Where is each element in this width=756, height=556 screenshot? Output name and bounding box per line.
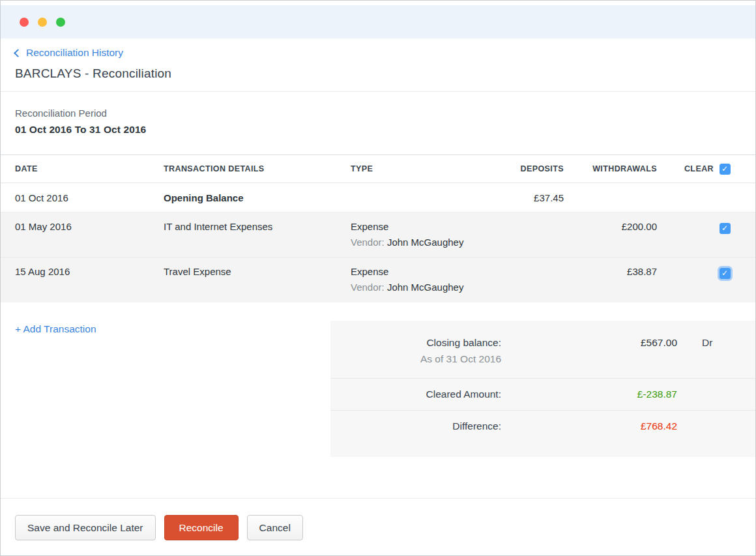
row-withdrawal-amount: £38.87	[564, 266, 657, 302]
period-label: Reconciliation Period	[15, 108, 741, 119]
difference-label: Difference:	[330, 420, 501, 432]
closing-balance-asof: As of 31 Oct 2016	[330, 353, 501, 365]
row-details: Travel Expense	[164, 266, 351, 302]
row-type-value: Expense	[351, 266, 478, 277]
cleared-amount-row: Cleared Amount: £-238.87	[330, 378, 755, 410]
vendor-label: Vendor:	[351, 282, 385, 293]
table-header-row: DATE TRANSACTION DETAILS TYPE DEPOSITS W…	[1, 154, 755, 183]
table-row: 15 Aug 2016 Travel Expense Expense Vendo…	[1, 257, 755, 302]
closing-balance-drcr: Dr	[677, 337, 739, 349]
window-minimize-button[interactable]	[38, 18, 47, 27]
footer-actions: Save and Reconcile Later Reconcile Cance…	[1, 498, 755, 540]
window-close-button[interactable]	[20, 18, 29, 27]
row-clear-cell	[657, 221, 741, 257]
select-all-checkbox[interactable]	[720, 164, 731, 175]
row-type: Expense Vendor: John McGaughey	[351, 221, 478, 257]
vendor-name: John McGaughey	[387, 237, 464, 248]
vendor-label: Vendor:	[351, 237, 385, 248]
period-value: 01 Oct 2016 To 31 Oct 2016	[15, 124, 741, 136]
closing-balance-amount: £567.00	[501, 337, 677, 349]
row-vendor: Vendor: John McGaughey	[351, 237, 478, 248]
difference-row: Difference: £768.42	[330, 410, 755, 457]
row-date: 15 Aug 2016	[15, 266, 164, 302]
row-date: 01 Oct 2016	[15, 192, 164, 203]
reconcile-button[interactable]: Reconcile	[164, 515, 239, 540]
column-header-deposits: DEPOSITS	[478, 164, 564, 173]
row-deposit-amount	[478, 221, 564, 257]
page-header: Reconciliation History BARCLAYS - Reconc…	[1, 38, 755, 92]
clear-column-label: CLEAR	[684, 164, 714, 173]
titlebar-gap	[1, 1, 755, 5]
row-deposit-amount	[478, 266, 564, 302]
table-row: 01 May 2016 IT and Internet Expenses Exp…	[1, 212, 755, 257]
window-titlebar	[1, 5, 755, 38]
row-details: IT and Internet Expenses	[164, 221, 351, 257]
lower-section: + Add Transaction Closing balance: As of…	[1, 302, 755, 498]
row-vendor: Vendor: John McGaughey	[351, 282, 478, 293]
row-withdrawal-amount: £200.00	[564, 221, 657, 257]
chevron-left-icon	[14, 49, 22, 57]
closing-balance-label: Closing balance:	[330, 337, 501, 349]
row-deposit-amount: £37.45	[478, 192, 564, 203]
window-zoom-button[interactable]	[56, 18, 65, 27]
breadcrumb-label: Reconciliation History	[26, 47, 123, 59]
column-header-details: TRANSACTION DETAILS	[164, 164, 351, 173]
closing-balance-row: Closing balance: As of 31 Oct 2016 £567.…	[330, 321, 755, 378]
transactions-table: DATE TRANSACTION DETAILS TYPE DEPOSITS W…	[1, 154, 755, 302]
column-header-type: TYPE	[351, 164, 478, 173]
breadcrumb-back-link[interactable]: Reconciliation History	[15, 47, 123, 59]
row-details: Opening Balance	[164, 192, 351, 203]
row-date: 01 May 2016	[15, 221, 164, 257]
table-row: 01 Oct 2016 Opening Balance £37.45	[1, 183, 755, 212]
cleared-amount-label: Cleared Amount:	[330, 388, 501, 400]
row-type-value: Expense	[351, 221, 478, 232]
app-window: Reconciliation History BARCLAYS - Reconc…	[0, 0, 756, 556]
reconciliation-period-section: Reconciliation Period 01 Oct 2016 To 31 …	[1, 92, 755, 154]
column-header-withdrawals: WITHDRAWALS	[564, 164, 657, 173]
summary-panel: Closing balance: As of 31 Oct 2016 £567.…	[330, 321, 755, 457]
cleared-amount-value: £-238.87	[501, 388, 677, 400]
clear-checkbox[interactable]	[720, 268, 731, 279]
cancel-button[interactable]: Cancel	[247, 515, 303, 540]
page-title: BARCLAYS - Reconciliation	[15, 66, 741, 81]
row-clear-cell	[657, 266, 741, 302]
row-type: Expense Vendor: John McGaughey	[351, 266, 478, 302]
save-and-reconcile-later-button[interactable]: Save and Reconcile Later	[15, 515, 156, 540]
column-header-clear: CLEAR	[657, 164, 741, 175]
clear-checkbox[interactable]	[720, 223, 731, 234]
difference-value: £768.42	[501, 420, 677, 432]
column-header-date: DATE	[15, 164, 164, 173]
add-transaction-link[interactable]: + Add Transaction	[15, 323, 330, 335]
vendor-name: John McGaughey	[387, 282, 464, 293]
